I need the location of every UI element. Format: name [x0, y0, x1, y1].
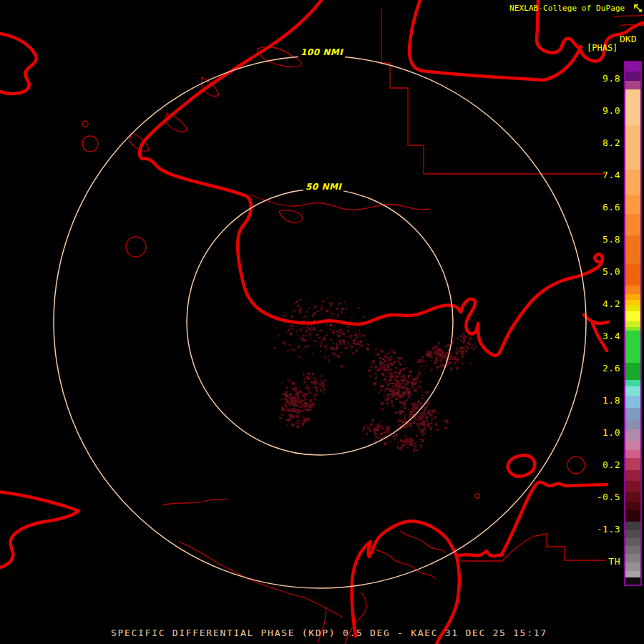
radar-echo-pixel [455, 351, 458, 352]
radar-echo-pixel [461, 352, 464, 355]
radar-echo-pixel [387, 397, 390, 401]
radar-echo-pixel [391, 404, 394, 405]
radar-echo-pixel [439, 358, 441, 361]
radar-echo-pixel [306, 384, 308, 386]
colorbar-band [625, 577, 640, 585]
radar-echo-pixel [440, 370, 441, 371]
radar-echo-pixel [298, 309, 300, 312]
bayou-6 [401, 531, 445, 552]
radar-echo-pixel [391, 356, 392, 358]
radar-echo-pixel [460, 347, 463, 349]
colorbar-band [625, 396, 640, 408]
radar-echo-pixel [343, 343, 345, 345]
radar-echo-pixel [442, 356, 444, 359]
radar-echo-pixel [431, 419, 433, 420]
radar-echo-pixel [325, 316, 326, 318]
radar-echo-pixel [278, 335, 279, 336]
colorbar-band [625, 538, 640, 546]
radar-echo-pixel [393, 358, 394, 359]
radar-echo-pixel [290, 325, 293, 326]
radar-echo-pixel [380, 385, 384, 387]
radar-echo-pixel [445, 359, 446, 361]
colorbar-tick-label: 4.2 [602, 298, 620, 309]
radar-echo-pixel [431, 421, 433, 424]
radar-echo-pixel [359, 348, 360, 349]
radar-echo-pixel [286, 409, 287, 411]
radar-echo-pixel [386, 394, 390, 396]
radar-echo-pixel [398, 384, 401, 386]
radar-echo-pixel [297, 425, 300, 428]
radar-echo-pixel [352, 352, 353, 353]
radar-echo-pixel [404, 392, 408, 393]
radar-echo-pixel [402, 421, 405, 424]
radar-echo-pixel [321, 374, 322, 377]
status-bar-text: SPECIFIC DIFFERENTIAL PHASE (KDP) 0.5 DE… [111, 628, 547, 638]
radar-echo-pixel [461, 350, 463, 351]
radar-echo-pixel [288, 401, 289, 403]
colorbar-band [625, 321, 640, 327]
radar-echo-pixel [420, 359, 423, 362]
radar-echo-pixel [368, 370, 369, 372]
radar-echo-pixel [465, 348, 466, 351]
colorbar-band [625, 81, 640, 89]
radar-echo-pixel [421, 386, 421, 389]
range-ring-label-50nmi: 50 NMI [303, 181, 343, 192]
radar-echo-pixel [389, 366, 389, 368]
colorbar-band [625, 311, 640, 321]
radar-echo-pixel [396, 378, 398, 379]
radar-echo-pixel [426, 401, 429, 405]
colorbar-band [625, 170, 640, 195]
radar-echo-pixel [401, 403, 402, 405]
radar-echo-pixel [294, 303, 296, 304]
radar-echo-pixel [303, 373, 304, 375]
radar-echo-pixel [301, 299, 301, 301]
radar-echo-pixel [463, 346, 465, 348]
radar-echo-pixel [349, 338, 352, 339]
radar-echo-pixel [308, 308, 310, 309]
radar-echo-pixel [418, 408, 420, 410]
radar-echo-pixel [428, 411, 429, 414]
radar-echo-pixel [473, 348, 475, 350]
colorbar-tick-label: 3.4 [602, 331, 620, 341]
radar-echo-pixel [351, 336, 353, 336]
colorbar-band [625, 286, 640, 294]
radar-echo-pixel [420, 431, 424, 433]
radar-echo-pixel [303, 317, 303, 319]
radar-echo-pixel [393, 351, 395, 354]
radar-echo-pixel [436, 358, 437, 361]
radar-echo-pixel [421, 444, 422, 447]
radar-echo-pixel [323, 392, 324, 394]
radar-echo-pixel [398, 419, 399, 423]
radar-echo-pixel [361, 335, 363, 336]
radar-echo-pixel [416, 381, 417, 384]
radar-echo-pixel [316, 381, 318, 384]
radar-echo-pixel [386, 353, 389, 354]
radar-echo-pixel [302, 395, 305, 396]
radar-echo-pixel [291, 316, 293, 318]
site-title-link[interactable]: NEXLAB-College of DuPage [509, 4, 625, 13]
radar-echo-pixel [437, 429, 439, 431]
radar-echo-pixel [411, 411, 414, 413]
radar-echo-pixel [296, 301, 298, 303]
radar-echo-pixel [333, 332, 335, 334]
radar-echo-pixel [391, 400, 393, 403]
radar-echo-pixel [394, 394, 394, 396]
radar-echo-pixel [462, 364, 463, 365]
radar-echo-pixel [384, 366, 386, 369]
radar-echo-pixel [286, 331, 287, 333]
radar-echo-pixel [322, 301, 324, 303]
radar-echo-pixel [388, 431, 389, 434]
radar-echo-pixel [357, 336, 358, 338]
radar-echo-pixel [300, 328, 303, 331]
radar-echo-pixel [296, 330, 297, 332]
radar-echo-pixel [413, 449, 415, 452]
radar-echo-pixel [415, 401, 416, 402]
radar-echo-pixel [385, 356, 387, 358]
radar-echo-pixel [384, 394, 384, 396]
external-link-icon[interactable] [633, 3, 643, 13]
radar-echo-pixel [459, 351, 462, 352]
radar-echo-pixel [424, 427, 425, 429]
radar-echo-pixel [289, 416, 293, 418]
colorbar-band [625, 264, 640, 286]
radar-echo-pixel [397, 445, 398, 448]
